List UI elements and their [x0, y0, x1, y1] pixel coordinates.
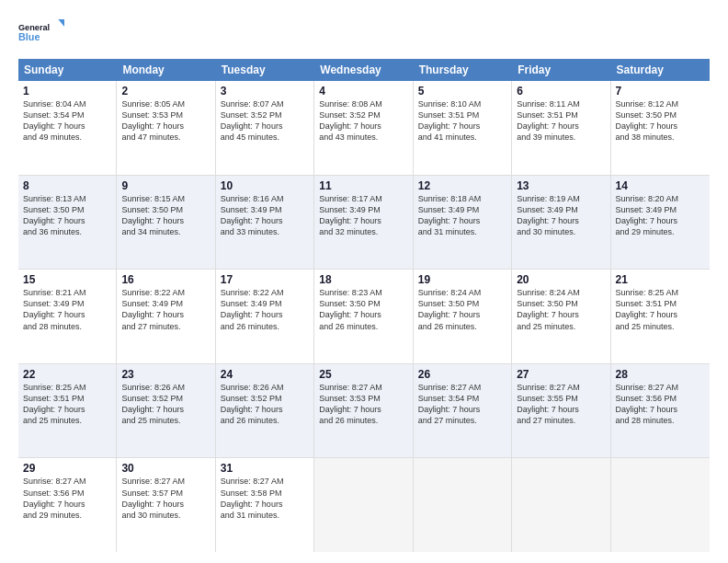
- svg-text:General: General: [18, 23, 50, 32]
- day-number: 17: [221, 273, 309, 286]
- header-day-friday: Friday: [512, 59, 610, 81]
- calendar-cell-4: 4Sunrise: 8:08 AM Sunset: 3:52 PM Daylig…: [314, 81, 413, 175]
- cell-details: Sunrise: 8:22 AM Sunset: 3:49 PM Dayligh…: [221, 287, 309, 332]
- cell-details: Sunrise: 8:15 AM Sunset: 3:50 PM Dayligh…: [121, 193, 210, 238]
- cell-details: Sunrise: 8:19 AM Sunset: 3:49 PM Dayligh…: [517, 193, 605, 238]
- cell-details: Sunrise: 8:20 AM Sunset: 3:49 PM Dayligh…: [616, 193, 705, 238]
- calendar-cell-3: 3Sunrise: 8:07 AM Sunset: 3:52 PM Daylig…: [216, 81, 314, 175]
- calendar-cell-15: 15Sunrise: 8:21 AM Sunset: 3:49 PM Dayli…: [18, 270, 117, 363]
- cell-details: Sunrise: 8:04 AM Sunset: 3:54 PM Dayligh…: [23, 98, 111, 144]
- day-number: 12: [418, 179, 506, 192]
- calendar-body: 1Sunrise: 8:04 AM Sunset: 3:54 PM Daylig…: [18, 81, 710, 552]
- calendar-header: SundayMondayTuesdayWednesdayThursdayFrid…: [18, 59, 710, 81]
- calendar-cell-11: 11Sunrise: 8:17 AM Sunset: 3:49 PM Dayli…: [314, 176, 413, 270]
- calendar-cell-27: 27Sunrise: 8:27 AM Sunset: 3:55 PM Dayli…: [512, 364, 610, 458]
- calendar-row-3: 15Sunrise: 8:21 AM Sunset: 3:49 PM Dayli…: [18, 270, 710, 364]
- day-number: 26: [418, 368, 506, 381]
- calendar: SundayMondayTuesdayWednesdayThursdayFrid…: [18, 59, 710, 552]
- calendar-cell-empty: [512, 458, 610, 552]
- calendar-cell-29: 29Sunrise: 8:27 AM Sunset: 3:56 PM Dayli…: [18, 458, 117, 552]
- calendar-cell-1: 1Sunrise: 8:04 AM Sunset: 3:54 PM Daylig…: [18, 81, 117, 175]
- cell-details: Sunrise: 8:24 AM Sunset: 3:50 PM Dayligh…: [517, 287, 605, 332]
- svg-text:Blue: Blue: [18, 31, 40, 42]
- cell-details: Sunrise: 8:27 AM Sunset: 3:57 PM Dayligh…: [121, 476, 210, 521]
- header-day-wednesday: Wednesday: [314, 59, 413, 81]
- calendar-cell-13: 13Sunrise: 8:19 AM Sunset: 3:49 PM Dayli…: [512, 176, 610, 270]
- calendar-row-5: 29Sunrise: 8:27 AM Sunset: 3:56 PM Dayli…: [18, 458, 710, 552]
- cell-details: Sunrise: 8:18 AM Sunset: 3:49 PM Dayligh…: [418, 193, 506, 238]
- cell-details: Sunrise: 8:24 AM Sunset: 3:50 PM Dayligh…: [418, 287, 506, 332]
- calendar-cell-22: 22Sunrise: 8:25 AM Sunset: 3:51 PM Dayli…: [18, 364, 117, 458]
- day-number: 30: [121, 462, 210, 475]
- cell-details: Sunrise: 8:27 AM Sunset: 3:55 PM Dayligh…: [517, 382, 605, 427]
- cell-details: Sunrise: 8:13 AM Sunset: 3:50 PM Dayligh…: [23, 193, 111, 238]
- day-number: 10: [221, 179, 309, 192]
- calendar-cell-10: 10Sunrise: 8:16 AM Sunset: 3:49 PM Dayli…: [216, 176, 314, 270]
- cell-details: Sunrise: 8:25 AM Sunset: 3:51 PM Dayligh…: [616, 287, 705, 332]
- day-number: 29: [23, 462, 111, 475]
- day-number: 25: [319, 368, 407, 381]
- calendar-cell-30: 30Sunrise: 8:27 AM Sunset: 3:57 PM Dayli…: [117, 458, 215, 552]
- calendar-row-2: 8Sunrise: 8:13 AM Sunset: 3:50 PM Daylig…: [18, 176, 710, 270]
- calendar-cell-25: 25Sunrise: 8:27 AM Sunset: 3:53 PM Dayli…: [314, 364, 413, 458]
- calendar-cell-12: 12Sunrise: 8:18 AM Sunset: 3:49 PM Dayli…: [414, 176, 512, 270]
- calendar-row-1: 1Sunrise: 8:04 AM Sunset: 3:54 PM Daylig…: [18, 81, 710, 176]
- cell-details: Sunrise: 8:27 AM Sunset: 3:56 PM Dayligh…: [23, 476, 111, 521]
- day-number: 22: [23, 368, 111, 381]
- day-number: 11: [319, 179, 407, 192]
- header-day-sunday: Sunday: [18, 59, 117, 81]
- day-number: 1: [23, 85, 111, 98]
- calendar-cell-19: 19Sunrise: 8:24 AM Sunset: 3:50 PM Dayli…: [414, 270, 512, 363]
- svg-marker-2: [58, 19, 64, 29]
- calendar-cell-18: 18Sunrise: 8:23 AM Sunset: 3:50 PM Dayli…: [314, 270, 413, 363]
- calendar-cell-8: 8Sunrise: 8:13 AM Sunset: 3:50 PM Daylig…: [18, 176, 117, 270]
- calendar-cell-31: 31Sunrise: 8:27 AM Sunset: 3:58 PM Dayli…: [216, 458, 314, 552]
- day-number: 19: [418, 273, 506, 286]
- cell-details: Sunrise: 8:05 AM Sunset: 3:53 PM Dayligh…: [121, 98, 210, 144]
- cell-details: Sunrise: 8:21 AM Sunset: 3:49 PM Dayligh…: [23, 287, 111, 332]
- day-number: 5: [418, 85, 506, 98]
- header: General Blue: [18, 15, 710, 52]
- cell-details: Sunrise: 8:10 AM Sunset: 3:51 PM Dayligh…: [418, 98, 506, 144]
- calendar-row-4: 22Sunrise: 8:25 AM Sunset: 3:51 PM Dayli…: [18, 364, 710, 459]
- calendar-cell-17: 17Sunrise: 8:22 AM Sunset: 3:49 PM Dayli…: [216, 270, 314, 363]
- day-number: 31: [221, 462, 309, 475]
- day-number: 18: [319, 273, 407, 286]
- cell-details: Sunrise: 8:25 AM Sunset: 3:51 PM Dayligh…: [23, 382, 111, 427]
- header-day-thursday: Thursday: [414, 59, 512, 81]
- header-day-saturday: Saturday: [611, 59, 710, 81]
- cell-details: Sunrise: 8:16 AM Sunset: 3:49 PM Dayligh…: [221, 193, 309, 238]
- calendar-cell-2: 2Sunrise: 8:05 AM Sunset: 3:53 PM Daylig…: [117, 81, 215, 175]
- calendar-cell-28: 28Sunrise: 8:27 AM Sunset: 3:56 PM Dayli…: [611, 364, 710, 458]
- calendar-cell-21: 21Sunrise: 8:25 AM Sunset: 3:51 PM Dayli…: [611, 270, 710, 363]
- calendar-cell-23: 23Sunrise: 8:26 AM Sunset: 3:52 PM Dayli…: [117, 364, 215, 458]
- cell-details: Sunrise: 8:26 AM Sunset: 3:52 PM Dayligh…: [121, 382, 210, 427]
- day-number: 4: [319, 85, 407, 98]
- cell-details: Sunrise: 8:22 AM Sunset: 3:49 PM Dayligh…: [121, 287, 210, 332]
- calendar-cell-6: 6Sunrise: 8:11 AM Sunset: 3:51 PM Daylig…: [512, 81, 610, 175]
- calendar-cell-20: 20Sunrise: 8:24 AM Sunset: 3:50 PM Dayli…: [512, 270, 610, 363]
- cell-details: Sunrise: 8:11 AM Sunset: 3:51 PM Dayligh…: [517, 98, 605, 144]
- logo: General Blue: [18, 15, 64, 52]
- cell-details: Sunrise: 8:07 AM Sunset: 3:52 PM Dayligh…: [221, 98, 309, 144]
- page: General Blue SundayMondayTuesdayWednesda…: [0, 0, 728, 563]
- day-number: 16: [121, 273, 210, 286]
- day-number: 9: [121, 179, 210, 192]
- calendar-cell-9: 9Sunrise: 8:15 AM Sunset: 3:50 PM Daylig…: [117, 176, 215, 270]
- calendar-cell-14: 14Sunrise: 8:20 AM Sunset: 3:49 PM Dayli…: [611, 176, 710, 270]
- header-day-tuesday: Tuesday: [216, 59, 314, 81]
- day-number: 2: [121, 85, 210, 98]
- cell-details: Sunrise: 8:12 AM Sunset: 3:50 PM Dayligh…: [616, 98, 705, 144]
- cell-details: Sunrise: 8:27 AM Sunset: 3:54 PM Dayligh…: [418, 382, 506, 427]
- day-number: 3: [221, 85, 309, 98]
- day-number: 23: [121, 368, 210, 381]
- calendar-cell-24: 24Sunrise: 8:26 AM Sunset: 3:52 PM Dayli…: [216, 364, 314, 458]
- cell-details: Sunrise: 8:27 AM Sunset: 3:56 PM Dayligh…: [616, 382, 705, 427]
- calendar-cell-26: 26Sunrise: 8:27 AM Sunset: 3:54 PM Dayli…: [414, 364, 512, 458]
- cell-details: Sunrise: 8:17 AM Sunset: 3:49 PM Dayligh…: [319, 193, 407, 238]
- day-number: 20: [517, 273, 605, 286]
- calendar-cell-empty: [314, 458, 413, 552]
- day-number: 14: [616, 179, 705, 192]
- day-number: 24: [221, 368, 309, 381]
- day-number: 6: [517, 85, 605, 98]
